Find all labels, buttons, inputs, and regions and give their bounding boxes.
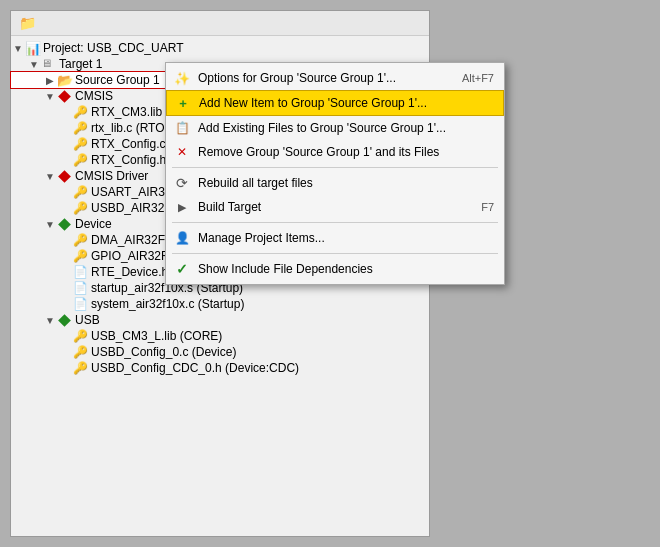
item-label: USB_CM3_L.lib (CORE): [91, 329, 222, 343]
menu-shortcut-options: Alt+F7: [462, 72, 494, 84]
menu-icon-manage: 👤: [172, 230, 192, 246]
menu-icon-add_new: +: [173, 95, 193, 111]
item-icon: 🔑: [73, 105, 89, 119]
menu-label-options: Options for Group 'Source Group 1'...: [198, 71, 436, 85]
item-label: Project: USB_CDC_UART: [43, 41, 183, 55]
context-menu: ✨ Options for Group 'Source Group 1'... …: [165, 62, 505, 285]
item-label: Device: [75, 217, 112, 231]
item-icon: 🔑: [73, 361, 89, 375]
menu-item-options[interactable]: ✨ Options for Group 'Source Group 1'... …: [166, 66, 504, 90]
tree-item-usb[interactable]: ▼ USB: [11, 312, 429, 328]
item-icon: 📂: [57, 73, 73, 87]
item-label: Target 1: [59, 57, 102, 71]
menu-icon-add_existing: 📋: [172, 120, 192, 136]
item-icon: [57, 89, 73, 103]
item-icon: [57, 313, 73, 327]
menu-icon-remove_group: ✕: [172, 144, 192, 160]
item-icon: 🖥: [41, 57, 57, 71]
project-icon: 📁: [19, 15, 36, 31]
item-label: CMSIS: [75, 89, 113, 103]
item-icon: [57, 217, 73, 231]
menu-item-show_deps[interactable]: ✓ Show Include File Dependencies: [166, 257, 504, 281]
menu-label-build: Build Target: [198, 200, 455, 214]
menu-separator: [172, 222, 498, 223]
item-icon: 🔑: [73, 153, 89, 167]
tree-item-usbd_config_0c[interactable]: 🔑 USBD_Config_0.c (Device): [11, 344, 429, 360]
item-label: Source Group 1: [75, 73, 160, 87]
menu-item-add_existing[interactable]: 📋 Add Existing Files to Group 'Source Gr…: [166, 116, 504, 140]
tree-item-system_air32c[interactable]: 📄 system_air32f10x.c (Startup): [11, 296, 429, 312]
item-icon: 🔑: [73, 185, 89, 199]
menu-label-remove_group: Remove Group 'Source Group 1' and its Fi…: [198, 145, 494, 159]
menu-separator: [172, 167, 498, 168]
item-icon: 🔑: [73, 137, 89, 151]
menu-label-manage: Manage Project Items...: [198, 231, 494, 245]
menu-item-manage[interactable]: 👤 Manage Project Items...: [166, 226, 504, 250]
menu-item-add_new[interactable]: + Add New Item to Group 'Source Group 1'…: [166, 90, 504, 116]
tree-item-project[interactable]: ▼ 📊 Project: USB_CDC_UART: [11, 40, 429, 56]
menu-label-add_existing: Add Existing Files to Group 'Source Grou…: [198, 121, 494, 135]
item-icon: 🔑: [73, 201, 89, 215]
menu-separator: [172, 253, 498, 254]
menu-label-rebuild: Rebuild all target files: [198, 176, 494, 190]
menu-icon-rebuild: ⟳: [172, 175, 192, 191]
menu-item-rebuild[interactable]: ⟳ Rebuild all target files: [166, 171, 504, 195]
item-label: system_air32f10x.c (Startup): [91, 297, 244, 311]
item-label: USBD_Config_0.c (Device): [91, 345, 236, 359]
item-icon: [57, 169, 73, 183]
item-icon: 📊: [25, 41, 41, 55]
item-icon: 🔑: [73, 345, 89, 359]
menu-label-add_new: Add New Item to Group 'Source Group 1'..…: [199, 96, 493, 110]
panel-header: 📁: [11, 11, 429, 36]
menu-item-build[interactable]: ▶ Build Target F7: [166, 195, 504, 219]
menu-icon-options: ✨: [172, 70, 192, 86]
item-icon: 🔑: [73, 249, 89, 263]
menu-item-remove_group[interactable]: ✕ Remove Group 'Source Group 1' and its …: [166, 140, 504, 164]
item-label: CMSIS Driver: [75, 169, 148, 183]
menu-label-show_deps: Show Include File Dependencies: [198, 262, 494, 276]
item-icon: 📄: [73, 265, 89, 279]
item-icon: 📄: [73, 297, 89, 311]
item-icon: 🔑: [73, 121, 89, 135]
item-icon: 🔑: [73, 329, 89, 343]
tree-item-usb_cm3llib[interactable]: 🔑 USB_CM3_L.lib (CORE): [11, 328, 429, 344]
item-label: USB: [75, 313, 100, 327]
item-label: USBD_Config_CDC_0.h (Device:CDC): [91, 361, 299, 375]
tree-item-usbd_config_cdc0h[interactable]: 🔑 USBD_Config_CDC_0.h (Device:CDC): [11, 360, 429, 376]
menu-icon-build: ▶: [172, 199, 192, 215]
menu-icon-show_deps: ✓: [172, 261, 192, 277]
item-icon: 🔑: [73, 233, 89, 247]
item-icon: 📄: [73, 281, 89, 295]
menu-shortcut-build: F7: [481, 201, 494, 213]
